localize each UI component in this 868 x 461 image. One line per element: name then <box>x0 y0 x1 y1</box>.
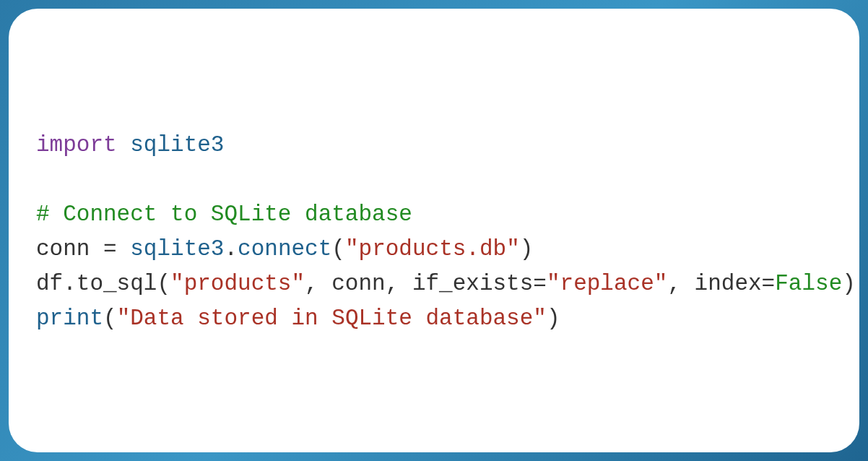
code-line-6: print("Data stored in SQLite database") <box>36 301 832 336</box>
bool: False <box>775 271 842 296</box>
eq: = <box>533 271 547 296</box>
method: connect <box>238 236 331 262</box>
object: sqlite3 <box>130 236 224 262</box>
variable: conn <box>36 236 90 262</box>
operator: = <box>90 236 130 262</box>
blank-line <box>36 163 832 197</box>
paren-close: ) <box>842 271 856 296</box>
comma: , <box>667 271 694 296</box>
dot: . <box>224 236 238 262</box>
string-literal: "Data stored in SQLite database" <box>117 306 547 331</box>
paren-close: ) <box>547 306 560 331</box>
builtin-fn: print <box>36 306 103 331</box>
code-line-1: import sqlite3 <box>36 128 832 163</box>
paren-close: ) <box>520 236 534 262</box>
string-literal: "products" <box>170 271 305 296</box>
import-keyword: import <box>36 132 117 158</box>
paren-open: ( <box>103 306 117 331</box>
paren-open: ( <box>331 236 345 262</box>
param: index <box>695 271 762 296</box>
space <box>117 132 131 158</box>
string-literal: "replace" <box>547 271 667 296</box>
eq: = <box>762 271 776 296</box>
string-literal: "products.db" <box>345 236 520 262</box>
code-line-4: conn = sqlite3.connect("products.db") <box>36 232 832 267</box>
comment: # Connect to SQLite database <box>36 202 412 227</box>
code-line-5: df.to_sql("products", conn, if_exists="r… <box>36 267 832 301</box>
code-card: import sqlite3 # Connect to SQLite datab… <box>9 9 859 452</box>
module-name: sqlite3 <box>130 132 224 158</box>
comma-group: , conn, <box>305 271 412 296</box>
code-line-3: # Connect to SQLite database <box>36 197 832 232</box>
param: if_exists <box>412 271 533 296</box>
prefix: df.to_sql( <box>36 271 170 296</box>
